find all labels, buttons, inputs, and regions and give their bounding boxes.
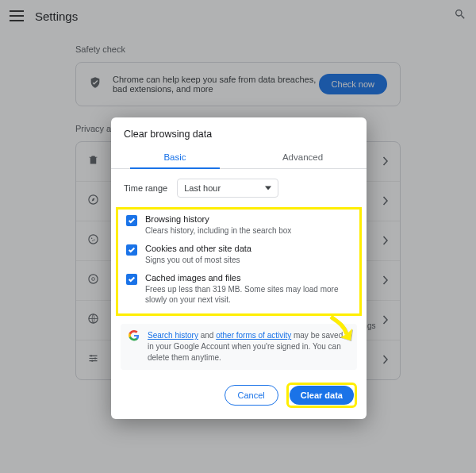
cancel-button[interactable]: Cancel — [225, 385, 278, 406]
other-activity-link[interactable]: other forms of activity — [216, 331, 291, 340]
dialog-tabs: Basic Advanced — [111, 148, 367, 169]
account-info: Search history and other forms of activi… — [121, 324, 357, 370]
option-cache[interactable]: Cached images and files Frees up less th… — [121, 269, 356, 309]
chevron-down-icon — [265, 185, 271, 191]
tab-basic[interactable]: Basic — [111, 148, 239, 168]
options-highlight: Browsing history Clears history, includi… — [116, 207, 362, 316]
clear-browsing-dialog: Clear browsing data Basic Advanced Time … — [111, 117, 367, 419]
timerange-value: Last hour — [184, 183, 221, 193]
option-browsing-history[interactable]: Browsing history Clears history, includi… — [121, 210, 356, 240]
google-logo-icon — [129, 330, 140, 341]
tab-advanced[interactable]: Advanced — [239, 148, 367, 168]
timerange-label: Time range — [124, 183, 167, 193]
option-cookies[interactable]: Cookies and other site data Signs you ou… — [121, 240, 356, 269]
clear-data-highlight: Clear data — [286, 383, 357, 408]
timerange-select[interactable]: Last hour — [177, 179, 278, 198]
checkbox-cache[interactable] — [126, 274, 137, 285]
checkbox-cookies[interactable] — [126, 244, 137, 256]
dialog-title: Clear browsing data — [111, 117, 367, 148]
search-history-link[interactable]: Search history — [148, 331, 198, 340]
clear-data-button[interactable]: Clear data — [290, 386, 354, 405]
checkbox-browsing-history[interactable] — [126, 215, 137, 226]
